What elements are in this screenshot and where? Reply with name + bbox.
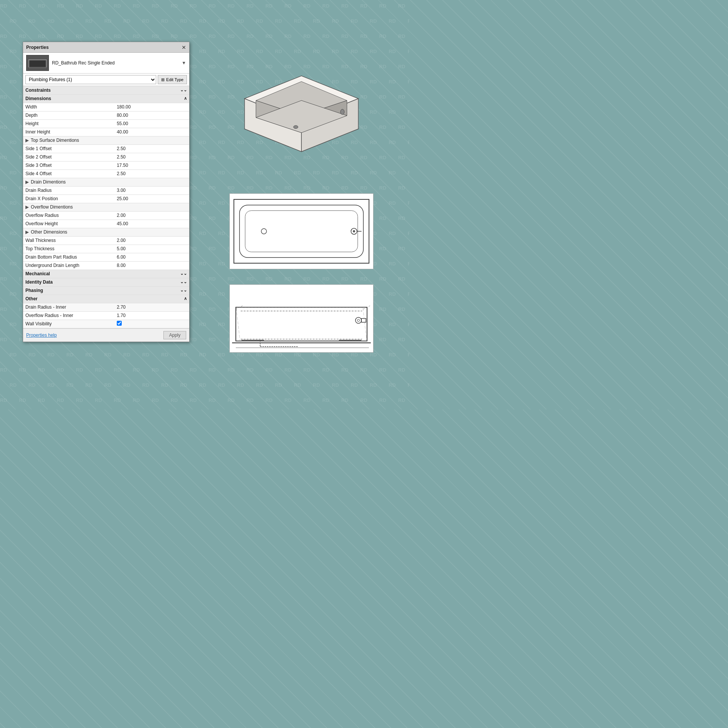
panel-titlebar: Properties ✕ [23,42,189,53]
prop-value-drain-bottom-radius[interactable] [115,253,189,261]
prop-value-height[interactable] [115,119,189,128]
properties-scroll-area[interactable]: Constraints ⌄⌄ Dimensions ∧ Width [23,86,189,328]
overflow-radius-input[interactable] [117,213,187,218]
table-row: Drain Radius [23,186,189,195]
table-row: Overflow Height [23,220,189,228]
prop-value-overflow-radius-inner[interactable] [115,311,189,320]
svg-rect-2 [30,61,46,67]
view-top [201,190,402,273]
svg-point-18 [353,230,355,232]
view-front [201,281,402,356]
dimensions-section-row[interactable]: Dimensions ∧ [23,94,189,103]
constraints-section-row[interactable]: Constraints ⌄⌄ [23,86,189,94]
table-row[interactable]: ▶ Other Dimensions [23,228,189,236]
dimensions-label: Dimensions [25,96,51,101]
prop-value-side3[interactable] [115,161,189,169]
table-row: Side 1 Offset [23,144,189,153]
table-row: Side 3 Offset [23,161,189,169]
table-row[interactable]: ▶ Overflow Dimentions [23,203,189,211]
svg-point-13 [293,126,298,129]
overflow-radius-inner-input[interactable] [117,313,187,318]
prop-value-overflow-height[interactable] [115,220,189,228]
table-row: Drain Bottom Part Radius [23,253,189,261]
table-row: Overflow Radius [23,211,189,220]
panel-header: RD_Bathrub Rec Single Ended ▼ [23,53,189,74]
prop-label-wall-thickness: Wall Thickness [23,236,115,245]
phasing-collapse-icon[interactable]: ⌄⌄ [180,288,187,293]
prop-value-drain-x[interactable] [115,195,189,203]
table-row[interactable]: ▶ Top Surface Dimentions [23,136,189,144]
svg-point-12 [340,109,344,115]
prop-value-side2[interactable] [115,153,189,161]
prop-value-depth[interactable] [115,111,189,119]
prop-label-underground-drain: Underground Drain Length [23,261,115,270]
apply-button[interactable]: Apply [163,331,186,339]
component-icon [26,55,49,71]
table-row: Top Thickness [23,245,189,253]
bathtub-top-svg [229,193,373,269]
mechanical-section-row[interactable]: Mechanical ⌄⌄ [23,270,189,278]
width-input[interactable] [117,104,187,110]
prop-value-top-thickness[interactable] [115,245,189,253]
prop-value-side4[interactable] [115,169,189,178]
top-surface-subsection[interactable]: ▶ Top Surface Dimentions [23,136,189,144]
table-row: Drain X Position [23,195,189,203]
prop-label-drain-radius: Drain Radius [23,186,115,195]
depth-input[interactable] [117,113,187,118]
prop-value-overflow-radius[interactable] [115,211,189,220]
drain-radius-input[interactable] [117,188,187,193]
other-collapse-icon[interactable]: ∧ [184,296,187,301]
prop-value-drain-radius[interactable] [115,186,189,195]
wall-visibility-checkbox[interactable] [117,321,122,326]
prop-value-side1[interactable] [115,144,189,153]
side2-input[interactable] [117,154,187,160]
drain-radius-inner-input[interactable] [117,304,187,310]
component-dropdown-arrow[interactable]: ▼ [182,60,186,66]
other-section-row[interactable]: Other ∧ [23,295,189,303]
expand-top-surface-icon: ▶ [25,138,29,143]
dimensions-collapse-icon[interactable]: ∧ [184,96,187,101]
prop-label-side2: Side 2 Offset [23,153,115,161]
table-row[interactable]: ▶ Drain Dimentions [23,178,189,186]
svg-point-20 [261,229,267,234]
mechanical-collapse-icon[interactable]: ⌄⌄ [180,271,187,276]
identity-section-row[interactable]: Identity Data ⌄⌄ [23,278,189,286]
drain-x-input[interactable] [117,196,187,201]
inner-height-input[interactable] [117,129,187,135]
drain-subsection[interactable]: ▶ Drain Dimentions [23,178,189,186]
prop-value-wall-thickness[interactable] [115,236,189,245]
height-input[interactable] [117,121,187,126]
edit-type-button[interactable]: ⊞ Edit Type [158,75,187,84]
properties-help-link[interactable]: Properties help [26,333,57,338]
prop-value-inner-height[interactable] [115,128,189,136]
prop-value-drain-radius-inner[interactable] [115,303,189,311]
top-thickness-input[interactable] [117,246,187,251]
prop-label-drain-x: Drain X Position [23,195,115,203]
identity-collapse-icon[interactable]: ⌄⌄ [180,279,187,284]
overflow-height-input[interactable] [117,221,187,226]
constraints-collapse-icon[interactable]: ⌄⌄ [180,88,187,93]
underground-drain-input[interactable] [117,263,187,268]
component-name: RD_Bathrub Rec Single Ended [52,60,179,66]
prop-value-width[interactable] [115,103,189,111]
prop-value-wall-visibility[interactable] [115,320,189,328]
wall-thickness-input[interactable] [117,238,187,243]
svg-rect-15 [240,205,364,258]
svg-point-30 [355,317,361,323]
prop-label-width: Width [23,103,115,111]
table-row: Inner Height [23,128,189,136]
instance-selector[interactable]: Plumbing Fixtures (1) [25,75,156,84]
other-dimensions-subsection[interactable]: ▶ Other Dimensions [23,228,189,236]
side4-input[interactable] [117,171,187,176]
phasing-section-row[interactable]: Phasing ⌄⌄ [23,286,189,295]
svg-point-31 [357,319,359,322]
side1-input[interactable] [117,146,187,151]
svg-rect-16 [245,211,358,252]
overflow-subsection[interactable]: ▶ Overflow Dimentions [23,203,189,211]
expand-drain-icon: ▶ [25,179,29,185]
drain-bottom-radius-input[interactable] [117,254,187,260]
close-button[interactable]: ✕ [182,45,186,50]
bathtub-front-svg [229,284,373,353]
side3-input[interactable] [117,163,187,168]
prop-value-underground-drain[interactable] [115,261,189,270]
